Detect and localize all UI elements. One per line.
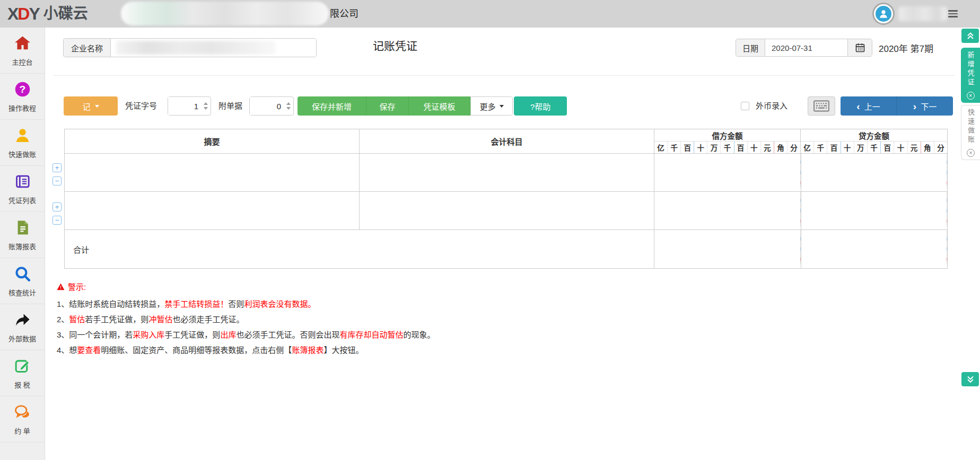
debit-amount-cell[interactable]	[654, 192, 801, 229]
digit-unit-label: 亿	[801, 141, 814, 153]
sidebar-item-external-data[interactable]: 外部数据	[0, 304, 45, 350]
add-row-button[interactable]: +	[52, 163, 62, 172]
save-button[interactable]: 保存	[366, 96, 409, 116]
digit-unit-label: 十	[894, 141, 907, 153]
help-button[interactable]: ?帮助	[514, 96, 567, 116]
amount-digit-cell[interactable]	[801, 226, 948, 229]
date-picker-group: 日期	[736, 39, 872, 57]
digit-unit-label: 千	[814, 141, 827, 153]
report-file-icon	[14, 219, 31, 236]
sidebar-item-tax-filing[interactable]: 报 税	[0, 350, 45, 396]
voucher-type-button[interactable]: 记	[64, 96, 118, 116]
sidebar-item-tutorial[interactable]: ? 操作教程	[0, 74, 45, 120]
warning-text-segment: 也必须走手工凭证。	[172, 315, 244, 324]
save-and-new-button[interactable]: 保存并新增	[298, 96, 366, 116]
warning-line: 2、暂估若手工凭证做，则冲暂估也必须走手工凭证。	[57, 312, 435, 327]
chevron-down-icon	[95, 105, 99, 108]
digit-unit-label: 百	[827, 141, 841, 153]
previous-label: 上一	[864, 101, 880, 112]
sidebar-item-quick-accounting[interactable]: 快速做账	[0, 120, 45, 166]
warning-lines: 1、结账时系统自动结转损益，禁手工结转损益！否则利润表会没有数据。2、暂估若手工…	[57, 296, 435, 358]
add-row-button[interactable]: +	[52, 202, 62, 211]
logo-text: 小碟云	[43, 4, 88, 24]
summary-cell[interactable]	[65, 154, 360, 191]
svg-text:?: ?	[19, 84, 25, 95]
voucher-table: 摘要 会计科目 借方金额 亿千百十万千百十元角分 贷方金额 亿千百十万千百十元角…	[64, 129, 948, 269]
digit-unit-label: 角	[774, 141, 788, 153]
warning-line: 1、结账时系统自动结转损益，禁手工结转损益！否则利润表会没有数据。	[57, 296, 435, 312]
remove-row-button[interactable]: −	[52, 216, 62, 225]
warning-block: 警示: 1、结账时系统自动结转损益，禁手工结转损益！否则利润表会没有数据。2、暂…	[57, 281, 435, 358]
table-header: 摘要 会计科目 借方金额 亿千百十万千百十元角分 贷方金额 亿千百十万千百十元角…	[65, 129, 947, 154]
stepper-arrows-icon[interactable]	[284, 97, 293, 115]
voucher-number-stepper[interactable]	[168, 96, 211, 116]
warning-line: 3、同一个会计期，若采购入库手工凭证做，则出库也必须手工凭证。否则会出现有库存却…	[57, 327, 435, 342]
header-divider	[53, 75, 955, 76]
debit-amount-cell[interactable]	[654, 154, 801, 191]
sidebar-item-audit-statistics[interactable]: 核查统计	[0, 258, 45, 304]
calendar-icon[interactable]	[847, 39, 872, 56]
stepper-arrows-icon[interactable]	[201, 97, 211, 115]
warning-text-segment: 手工凭证做，则	[164, 330, 220, 339]
attachment-count-input[interactable]	[250, 97, 284, 115]
digit-unit-label: 十	[841, 141, 854, 153]
digit-unit-label: 十	[748, 141, 761, 153]
credit-amount-cell[interactable]	[801, 192, 948, 229]
warning-triangle-icon	[57, 283, 65, 290]
sidebar-item-label: 主控台	[12, 57, 32, 67]
top-bar: XDY 小碟云 限公司	[0, 0, 980, 28]
amount-digit-cell[interactable]	[654, 264, 801, 268]
menu-icon[interactable]	[948, 10, 958, 19]
company-name-input[interactable]	[111, 39, 316, 57]
more-button[interactable]: 更多	[470, 96, 513, 116]
sidebar-item-reports[interactable]: 账簿报表	[0, 212, 45, 258]
account-cell[interactable]	[360, 192, 654, 229]
digit-unit-label: 百	[681, 141, 694, 153]
foreign-currency-checkbox[interactable]	[741, 102, 749, 110]
amount-digit-cell[interactable]	[801, 188, 948, 191]
user-icon	[876, 6, 891, 22]
sidebar-item-dashboard[interactable]: 主控台	[0, 28, 45, 74]
keyboard-icon[interactable]	[808, 96, 835, 116]
voucher-nav-group: ‹ 上一 › 下一	[841, 96, 953, 116]
sidebar-item-label: 快速做账	[8, 149, 36, 159]
user-avatar[interactable]	[872, 3, 895, 25]
warning-text-segment: 禁手工结转损益！	[164, 299, 228, 308]
tab-quick-accounting[interactable]: 快速做账 ×	[961, 105, 980, 160]
warning-text-segment: 若手工凭证做，则	[85, 315, 148, 324]
credit-amount-cell[interactable]	[801, 154, 948, 191]
voucher-number-input[interactable]	[168, 97, 201, 115]
collapse-up-button[interactable]	[961, 29, 979, 43]
credit-digit-units: 亿千百十万千百十元角分	[801, 141, 947, 153]
warning-text-segment: 否则	[228, 299, 244, 308]
app-logo[interactable]: XDY 小碟云	[7, 4, 88, 24]
previous-voucher-button[interactable]: ‹ 上一	[841, 96, 897, 116]
warning-text-segment: 2、	[57, 315, 69, 324]
close-icon[interactable]: ×	[967, 149, 975, 157]
warning-text-segment: 也必须手工凭证。否则会出现	[236, 330, 339, 339]
voucher-template-button[interactable]: 凭证模板	[409, 96, 470, 116]
collapse-down-button[interactable]	[961, 372, 979, 386]
sidebar-item-voucher-list[interactable]: 凭证列表	[0, 166, 45, 212]
summary-column-header: 摘要	[65, 129, 360, 153]
logo-letter: X	[7, 4, 18, 24]
close-icon[interactable]: ×	[967, 92, 975, 100]
app-window: XDY 小碟云 限公司 主控台 ? 操作教程 快速做账 凭证列表	[0, 0, 980, 460]
account-cell[interactable]	[360, 154, 654, 191]
tab-new-voucher[interactable]: 新增凭证 ×	[961, 48, 980, 103]
warning-title: 警示:	[68, 281, 86, 292]
warning-text-segment: 采购入库	[133, 330, 164, 339]
sidebar-item-orders[interactable]: 约 单	[0, 396, 45, 443]
amount-digit-cell[interactable]	[654, 188, 801, 191]
remove-row-button[interactable]: −	[52, 176, 62, 185]
summary-cell[interactable]	[65, 192, 360, 229]
amount-digit-cell[interactable]	[654, 226, 801, 229]
warning-text-segment: 有库存却自动暂估	[339, 330, 403, 339]
company-name-label: 企业名称	[64, 39, 111, 57]
attachment-count-stepper[interactable]	[249, 96, 294, 116]
digit-unit-label: 分	[788, 141, 800, 153]
date-input[interactable]	[765, 39, 847, 56]
amount-digit-cell[interactable]	[801, 264, 948, 268]
next-voucher-button[interactable]: › 下一	[897, 96, 953, 116]
digit-unit-label: 万	[707, 141, 721, 153]
